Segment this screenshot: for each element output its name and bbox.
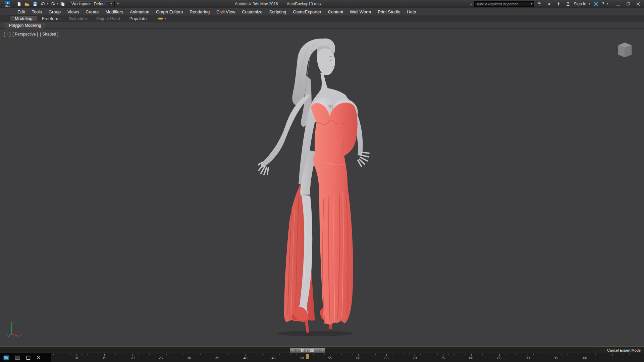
perspective-viewport[interactable]: [ + ][ Perspective ][ Shaded ]	[0, 29, 644, 347]
polygon-modeling-panel[interactable]: Polygon Modeling	[5, 22, 45, 29]
exchange-apps-button[interactable]	[592, 1, 599, 7]
new-file-button[interactable]	[15, 1, 22, 7]
ruler-tick	[347, 354, 347, 355]
viewcube-icon	[613, 41, 635, 60]
viewport-label-menu: [ + ][ Perspective ][ Shaded ]	[4, 32, 58, 37]
track-bar-row: 101520253035404550556065707580859095100	[0, 353, 644, 362]
model-figure[interactable]	[258, 38, 376, 337]
ruler-tick	[556, 354, 556, 356]
restore-button[interactable]	[623, 0, 633, 8]
minimized-window-thumbnail-icon[interactable]	[3, 355, 9, 360]
ruler-tick	[279, 354, 280, 355]
ruler-tick	[432, 354, 432, 355]
sign-in-button[interactable]: Sign In	[574, 2, 586, 6]
project-folder-button[interactable]	[59, 1, 66, 7]
ruler-tick	[115, 354, 116, 355]
help-caret-icon[interactable]: ▾	[607, 2, 608, 5]
menu-tools[interactable]: Tools	[28, 8, 45, 15]
ruler-tick	[336, 354, 336, 355]
ruler-tick	[601, 354, 601, 355]
previous-frame-button[interactable]: <	[290, 349, 295, 352]
ribbon-tab-selection[interactable]: Selection	[64, 15, 92, 22]
workspace-selector[interactable]: Workspace: Default ▾	[69, 1, 115, 7]
ribbon-tab-populate[interactable]: Populate	[125, 15, 151, 22]
viewport-pov-menu[interactable]: [ Perspective ]	[12, 32, 38, 37]
ruler-tick	[618, 354, 618, 355]
close-window-icon[interactable]	[37, 356, 41, 360]
menu-gameexporter[interactable]: GameExporter	[289, 8, 325, 15]
notifications-button[interactable]	[555, 1, 562, 7]
menu-create[interactable]: Create	[82, 8, 102, 15]
menu-scripting[interactable]: Scripting	[266, 8, 290, 15]
redo-button[interactable]	[49, 1, 56, 7]
ruler-label: 50	[300, 356, 304, 360]
menu-civil-view[interactable]: Civil View	[213, 8, 238, 15]
ruler-label: 75	[441, 356, 445, 360]
ruler-tick	[285, 354, 285, 355]
ribbon-tab-freeform[interactable]: Freeform	[37, 15, 64, 22]
new-document-icon	[17, 1, 21, 6]
help-button[interactable]: ?	[602, 1, 604, 6]
time-slider-handle[interactable]: < 51 / 100 >	[289, 348, 325, 353]
favorites-button[interactable]: ★	[546, 1, 553, 7]
undo-button[interactable]	[40, 1, 47, 7]
menu-content[interactable]: Content	[325, 8, 347, 15]
save-file-button[interactable]	[32, 1, 39, 7]
time-slider-track[interactable]: < 51 / 100 >	[0, 347, 594, 353]
close-button[interactable]	[633, 0, 643, 8]
community-button[interactable]	[536, 1, 543, 7]
next-frame-button[interactable]: >	[320, 349, 325, 352]
menu-views[interactable]: Views	[64, 8, 82, 15]
menu-wall-worm[interactable]: Wall Worm	[346, 8, 374, 15]
search-box[interactable]: ▾	[474, 1, 534, 7]
search-caret-icon[interactable]: ▾	[530, 2, 534, 5]
ribbon-tab-modeling[interactable]: Modeling	[10, 15, 37, 22]
menu-animation[interactable]: Animation	[126, 8, 153, 15]
workspace-flyout-button[interactable]: ▾	[115, 1, 121, 7]
window-icon[interactable]	[15, 356, 20, 360]
ruler-tick	[246, 354, 246, 356]
minimize-button[interactable]	[613, 0, 623, 8]
ruler-tick	[99, 354, 99, 355]
viewport-general-menu[interactable]: [ + ]	[4, 32, 10, 37]
menu-edit[interactable]: Edit	[14, 8, 28, 15]
undo-history-caret[interactable]: ▾	[47, 2, 48, 5]
minimize-icon	[616, 2, 620, 6]
project-sheets-icon	[60, 2, 65, 6]
current-frame-marker[interactable]	[306, 354, 309, 359]
menu-graph-editors[interactable]: Graph Editors	[153, 8, 186, 15]
ruler-tick	[330, 354, 330, 356]
infocenter-collapse-icon[interactable]: »	[470, 2, 472, 6]
restore-window-icon[interactable]	[26, 356, 31, 360]
ruler-label: 15	[102, 356, 106, 360]
ribbon-tab-object-paint[interactable]: Object Paint	[92, 15, 125, 22]
track-bar-ruler[interactable]: 101520253035404550556065707580859095100	[51, 353, 644, 362]
menu-help[interactable]: Help	[404, 8, 419, 15]
redo-history-caret[interactable]: ▾	[57, 2, 58, 5]
time-slider-row: < 51 / 100 > Cancel Expert Mode	[0, 347, 644, 353]
menu-print-studio[interactable]: Print Studio	[374, 8, 404, 15]
ruler-tick	[240, 354, 240, 355]
ribbon-display-toggle[interactable]: ▾	[158, 15, 166, 22]
ruler-tick	[471, 354, 472, 356]
menu-modifiers[interactable]: Modifiers	[102, 8, 126, 15]
menu-rendering[interactable]: Rendering	[186, 8, 213, 15]
cancel-expert-mode-button[interactable]: Cancel Expert Mode	[594, 347, 644, 353]
sign-in-caret-icon[interactable]: ▾	[589, 2, 590, 5]
search-input[interactable]	[475, 2, 530, 6]
ruler-tick	[573, 354, 573, 355]
menu-group[interactable]: Group	[45, 8, 64, 15]
menu-customize[interactable]: Customize	[238, 8, 266, 15]
ruler-tick	[482, 354, 483, 355]
application-menu-button[interactable]: 3 MAX	[1, 0, 14, 7]
ruler-tick	[319, 354, 319, 355]
ruler-label: 10	[74, 356, 78, 360]
ruler-tick	[607, 354, 607, 355]
axis-z-label: z	[13, 320, 15, 323]
account-button[interactable]	[565, 1, 572, 7]
ruler-tick	[398, 354, 398, 355]
open-file-button[interactable]	[23, 1, 31, 7]
ruler-tick	[499, 354, 500, 356]
viewcube[interactable]	[613, 41, 635, 61]
viewport-shading-menu[interactable]: [ Shaded ]	[40, 32, 58, 37]
